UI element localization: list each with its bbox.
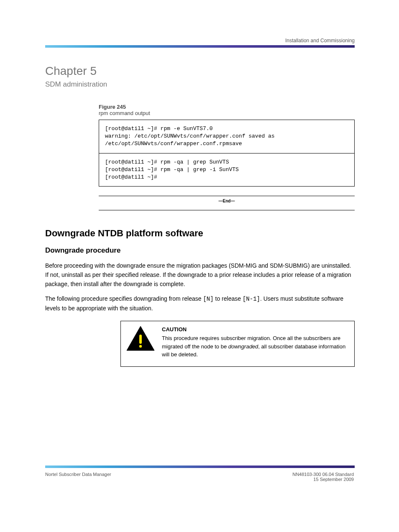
document-page: Installation and Commissioning Chapter 5… [0,0,399,532]
chapter-name: SDM administration [45,80,355,89]
chapter-number: Chapter 5 [45,64,355,78]
rpm-row-2: [root@datil1 ~]# rpm -qa | grep SunVTS [… [99,153,354,187]
svg-point-1 [139,345,142,347]
subsection-heading: Downgrade procedure [45,246,355,255]
bracket-n-1: [N-1] [243,296,260,302]
footer-left: Nortel Subscriber Data Manager [45,472,111,477]
svg-rect-2 [139,335,142,344]
warning-icon [126,325,155,352]
figure-caption: Figure 245 rpm command output [99,104,355,116]
figure-caption-text: rpm command output [99,110,150,116]
caution-label: CAUTION [162,325,349,334]
paragraph-1: Before proceeding with the downgrade ens… [45,261,355,289]
footer-right: NN48103-300 06.04 Standard 15 September … [292,472,354,482]
end-rule-top [99,196,355,196]
caution-text: CAUTION This procedure requires subscrib… [162,325,349,359]
end-procedure-label: —End— [99,199,355,203]
rpm-row-1: [root@datil1 ~]# rpm -e SunVTS7.0 warnin… [99,120,354,153]
end-rule-bottom [99,210,355,210]
downgraded-italic: downgraded [228,343,258,350]
running-header: Installation and Commissioning [45,38,355,43]
caution-box: CAUTION This procedure requires subscrib… [120,321,355,367]
figure-number: Figure 245 [99,104,126,110]
top-rule [45,45,355,48]
bracket-n: [N] [203,296,213,302]
rpm-output-box: [root@datil1 ~]# rpm -e SunVTS7.0 warnin… [99,120,355,187]
running-header-text: Installation and Commissioning [285,38,355,43]
page-content: Installation and Commissioning Chapter 5… [45,50,355,367]
bottom-rule [45,466,355,468]
paragraph-2: The following procedure specifies downgr… [45,294,355,313]
section-heading: Downgrade NTDB platform software [45,228,355,239]
